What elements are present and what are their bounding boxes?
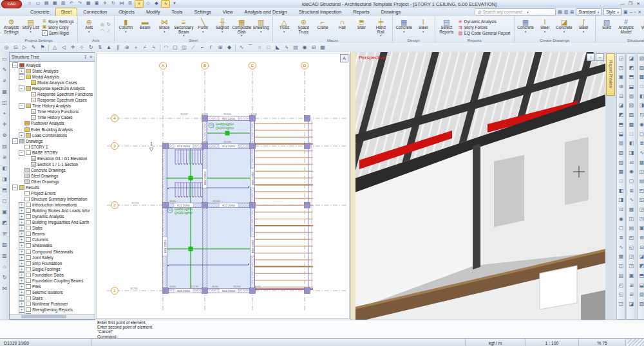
tree-item-response-spectrum-cases[interactable]: ∿Response Spectrum Cases [10,97,95,103]
ribbon-button-stair[interactable]: ≣Stair [352,17,371,38]
expand-icon[interactable]: + [19,255,24,260]
app-logo[interactable]: CAD [1,0,22,8]
tree-item-story-1[interactable]: STORY 1 [10,144,95,150]
right-tool-icon[interactable]: ◉ [617,215,625,224]
expand-icon[interactable]: + [19,249,24,255]
right-tool-icon[interactable]: ⊡ [638,111,644,120]
tree-item-load-combinations[interactable]: +Load Combinations [10,132,95,138]
ribbon-button-brace[interactable]: ⋈Brace▾ [155,17,174,38]
tree-item-time-history-cases[interactable]: ∿Time History Cases [10,114,95,120]
draw-tool-icon[interactable]: ▷ [20,44,29,51]
collapse-icon[interactable]: − [12,138,18,144]
help-icon[interactable]: ▣ [623,10,628,15]
ribbon-button-story-forces[interactable]: ⇉Story Forces [458,25,511,30]
tree-item-columns[interactable]: +Columns [10,237,95,242]
tree-item-single-footings[interactable]: +Single Footings [10,266,95,272]
draw-tool-icon[interactable]: ⍀ [149,44,158,51]
right-tool-icon[interactable]: ◨ [617,196,625,205]
right-tool-icon[interactable]: ◰ [627,233,636,243]
draw-tool-icon[interactable]: □ [264,44,273,51]
right-tool-icon[interactable]: ▦ [627,205,636,215]
right-tool-icon[interactable]: ◳ [638,215,644,224]
right-tool-icon[interactable]: ◪ [627,54,636,64]
tree-item-building-irregularities-and-earth[interactable]: +Building Irregularities And Earth [10,219,95,225]
right-tool-icon[interactable]: ▧ [617,149,625,158]
tab-objects[interactable]: Objects [113,8,140,16]
expand-icon[interactable]: + [19,237,24,242]
expand-icon[interactable]: + [19,242,24,248]
side-tool-icon[interactable]: ▭ [1,53,8,64]
draw-tool-icon[interactable]: ▤ [291,44,300,51]
ribbon-button-steel[interactable]: ʃSteel▾ [574,17,593,38]
tab-reports[interactable]: Reports [347,8,375,16]
right-tool-icon[interactable]: ⊡ [627,158,636,168]
viewport-icon[interactable]: ⊠ [570,10,574,15]
expand-icon[interactable]: + [19,68,24,74]
report-preview-tab[interactable]: Report Preview [606,53,615,96]
right-tool-icon[interactable]: ⊟ [617,92,625,102]
side-tool-icon[interactable]: ◻ [1,196,8,206]
collapse-icon[interactable]: − [12,185,18,190]
right-tool-icon[interactable]: ▨ [617,158,625,168]
tree-item-other-drawings[interactable]: Other Drawings [10,179,95,185]
right-tool-icon[interactable]: ▢ [617,224,625,233]
draw-tool-icon[interactable]: ◠ [162,44,171,51]
right-tool-icon[interactable]: ◲ [617,300,625,309]
ribbon-button-eq-code-general-report[interactable]: ▥EQ Code General Report [458,31,511,36]
ribbon-button-concrete[interactable]: ◪Concrete▾ [555,17,574,38]
open-report-icon[interactable]: ▤ [558,10,562,15]
tree-item-introduction-informations[interactable]: +Introduction Informations [10,202,95,208]
tab-tools[interactable]: Tools [166,8,188,16]
draw-tool-icon[interactable]: ○ [255,44,264,51]
right-tool-icon[interactable]: ▢ [627,177,636,187]
ribbon-button-story-settings[interactable]: ≣Story Settings [42,19,74,24]
right-tool-icon[interactable]: ≣ [627,187,636,196]
tab-settings[interactable]: Settings [188,8,216,16]
tree-item-pushover-analysis[interactable]: Pushover Analysis [10,120,95,126]
right-tool-icon[interactable]: ◰ [617,281,625,291]
right-tool-icon[interactable]: ◱ [627,243,636,253]
draw-tool-icon[interactable]: ◎ [2,44,11,51]
right-tool-icon[interactable]: ▨ [627,111,636,120]
right-tool-icon[interactable]: ◲ [627,252,636,262]
collapse-icon[interactable]: − [19,103,24,109]
tree-item-foundation-coupling-beams[interactable]: +Foundation Coupling Beams [10,278,95,284]
right-tool-icon[interactable]: ◫ [638,167,644,177]
tree-item-seismic-isolators[interactable]: +Seismic Isolators [10,289,95,295]
right-tool-icon[interactable]: ⊡ [617,205,625,215]
expand-icon[interactable]: + [19,202,24,208]
style-dropdown[interactable]: Style▾ [603,8,621,15]
side-tool-icon[interactable]: ◨ [1,174,8,185]
collapse-icon[interactable]: − [19,74,24,80]
right-tool-icon[interactable]: ≣ [638,139,644,149]
tree-item-analysis[interactable]: −Analysis [10,62,95,68]
slab-region-main[interactable] [165,148,251,289]
draw-tool-icon[interactable]: ◁ [59,44,68,51]
side-tool-icon[interactable]: ▣ [1,206,8,217]
ribbon-button-purlin[interactable]: ╲Purlin▾ [194,17,213,38]
draw-tool-icon[interactable]: ⊕ [122,44,131,51]
right-tool-icon[interactable]: ▩ [617,167,625,177]
tree-item-piles[interactable]: +Piles [10,284,95,289]
right-tool-icon[interactable]: ◉ [638,120,644,130]
doc-minimize-icon[interactable]: ‒ [630,10,632,14]
right-tool-icon[interactable]: ▢ [638,130,644,140]
right-tool-icon[interactable]: ▤ [617,271,625,281]
right-tool-icon[interactable]: ≣ [617,233,625,243]
right-tool-icon[interactable]: ◪ [627,300,636,309]
right-tool-icon[interactable]: ⊞ [627,281,636,291]
collapse-icon[interactable]: − [12,62,18,68]
grid-icon[interactable]: ⊞ [126,0,134,6]
right-tool-icon[interactable]: ◪ [638,252,644,262]
right-tool-icon[interactable]: ⬒ [627,73,636,82]
side-tool-icon[interactable]: ≋ [1,152,8,163]
axis-circle-icon[interactable]: ◎ [99,21,106,28]
tab-connection[interactable]: Connection [77,8,113,16]
tab-steel[interactable]: Steel [55,8,78,16]
ribbon-button-column[interactable]: ▮Column▾ [117,17,135,38]
right-tool-icon[interactable]: ∿ [638,149,644,158]
tree-item-section-1-1-1-section[interactable]: ▤Section 1 / 1-1 Section [10,161,95,167]
new-icon[interactable]: ◻ [34,0,42,6]
draw-tool-icon[interactable]: ◫ [180,44,189,51]
expand-icon[interactable]: + [19,214,24,219]
